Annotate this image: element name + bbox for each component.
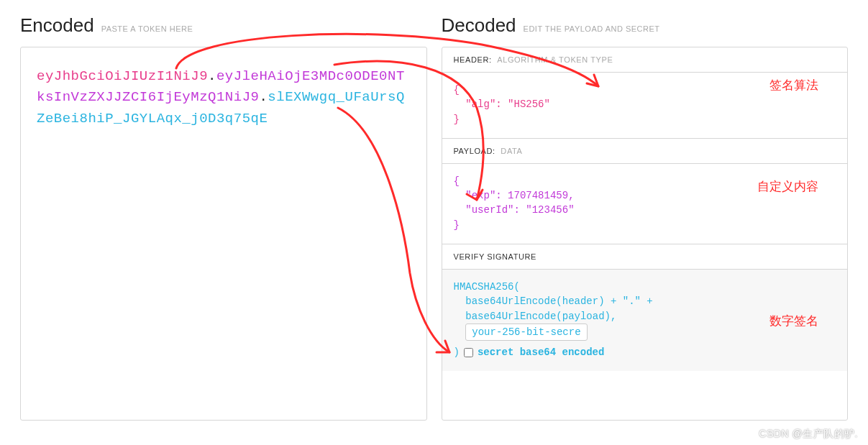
decoded-title: Decoded — [442, 14, 516, 37]
secret-base64-label: secret base64 encoded — [478, 345, 604, 359]
encoded-token-box[interactable]: eyJhbGciOiJIUzI1NiJ9.eyJleHAiOjE3MDc0ODE… — [20, 47, 427, 421]
header-section-title: HEADER: ALGORITHM & TOKEN TYPE — [442, 47, 848, 72]
secret-input[interactable] — [465, 324, 588, 341]
encoded-title: Encoded — [20, 14, 94, 37]
decoded-panel: HEADER: ALGORITHM & TOKEN TYPE { "alg": … — [442, 47, 849, 421]
payload-section-title: PAYLOAD: DATA — [442, 139, 848, 163]
payload-json[interactable]: { "exp": 1707481459, "userId": "123456" … — [442, 164, 848, 244]
annotation-signature: 数字签名 — [769, 313, 818, 331]
secret-base64-checkbox[interactable] — [464, 348, 473, 357]
signature-body: HMACSHA256( base64UrlEncode(header) + ".… — [442, 270, 848, 371]
decoded-hint: EDIT THE PAYLOAD AND SECRET — [524, 24, 660, 33]
watermark: CSDN @生产队的驴. — [759, 428, 858, 441]
header-json[interactable]: { "alg": "HS256" } 签名算法 — [442, 73, 848, 138]
annotation-payload: 自定义内容 — [757, 178, 818, 196]
encoded-hint: PASTE A TOKEN HERE — [101, 24, 193, 33]
signature-section-title: VERIFY SIGNATURE — [442, 244, 848, 269]
annotation-alg: 签名算法 — [769, 77, 818, 95]
token-header-part: eyJhbGciOiJIUzI1NiJ9 — [37, 68, 208, 84]
